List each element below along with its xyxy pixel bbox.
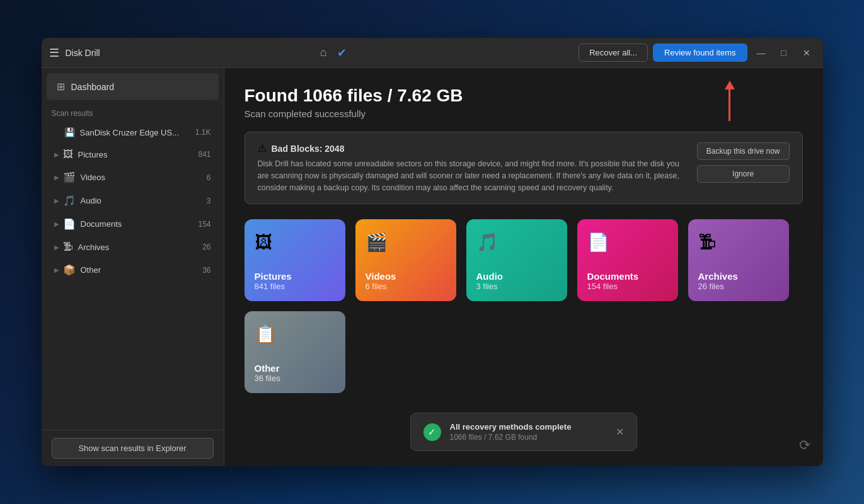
videos-card-name: Videos <box>366 271 446 282</box>
file-card-other[interactable]: 📋 Other 36 files <box>245 311 345 393</box>
scroll-indicator: ⟳ <box>799 437 810 454</box>
sidebar-item-sandisk[interactable]: 💾 SanDisk Cruzer Edge US... 1.1K <box>44 122 221 142</box>
other-card-name: Other <box>255 363 335 374</box>
sidebar-footer: Show scan results in Explorer <box>42 430 224 466</box>
ignore-warning-button[interactable]: Ignore <box>697 165 790 183</box>
sidebar-documents-label: Documents <box>81 219 199 229</box>
sidebar-item-videos[interactable]: ▶ 🎬 Videos 6 <box>44 166 221 188</box>
title-bar-right: Recover all... Review found items — □ ✕ <box>579 43 815 62</box>
sidebar-pictures-label: Pictures <box>78 150 199 159</box>
audio-card-icon: 🎵 <box>476 232 557 253</box>
documents-card-icon: 📄 <box>587 232 668 253</box>
pictures-card-name: Pictures <box>255 271 335 282</box>
sidebar-item-archives[interactable]: ▶ 🗜 Archives 26 <box>44 236 221 258</box>
archives-card-name: Archives <box>698 271 779 282</box>
warning-box: ⚠ Bad Blocks: 2048 Disk Drill has locate… <box>245 132 803 204</box>
sidebar-item-dashboard[interactable]: ⊞ Dashboard <box>47 73 219 100</box>
sidebar-archives-label: Archives <box>78 243 203 252</box>
documents-icon: 📄 <box>63 218 76 230</box>
sidebar-item-audio[interactable]: ▶ 🎵 Audio 3 <box>44 190 221 212</box>
sidebar-archives-count: 26 <box>202 243 210 251</box>
recover-all-button[interactable]: Recover all... <box>579 43 648 62</box>
sidebar-item-sandisk-count: 1.1K <box>195 128 211 137</box>
arrow-shaft <box>729 89 730 121</box>
file-card-videos[interactable]: 🎬 Videos 6 files <box>355 219 456 301</box>
dashboard-label: Dashboard <box>71 82 115 92</box>
drive-icon: 💾 <box>64 127 75 137</box>
other-card-count: 36 files <box>255 374 335 383</box>
maximize-button[interactable]: □ <box>775 44 793 62</box>
videos-card-icon: 🎬 <box>366 232 446 253</box>
sidebar-pictures-count: 841 <box>198 150 210 159</box>
found-title: Found 1066 files / 7.62 GB <box>245 86 803 106</box>
file-card-audio[interactable]: 🎵 Audio 3 files <box>466 219 567 301</box>
file-type-grid: 🖼 Pictures 841 files 🎬 Videos 6 files 🎵 <box>245 219 803 393</box>
videos-icon: 🎬 <box>63 171 76 183</box>
title-bar-nav: ⌂ ✔ <box>308 46 579 60</box>
title-bar-left: ☰ Disk Drill <box>49 46 308 60</box>
sidebar-item-pictures[interactable]: ▶ 🖼 Pictures 841 <box>44 144 221 165</box>
audio-card-count: 3 files <box>476 282 557 291</box>
notification-close-button[interactable]: ✕ <box>616 426 624 438</box>
sidebar-item-sandisk-label: SanDisk Cruzer Edge US... <box>80 128 195 137</box>
notification-subtitle: 1066 files / 7.62 GB found <box>450 433 607 442</box>
sidebar-item-documents[interactable]: ▶ 📄 Documents 154 <box>44 213 221 235</box>
completion-notification: ✓ All recovery methods complete 1066 fil… <box>410 413 637 451</box>
grid-icon: ⊞ <box>57 81 65 93</box>
show-explorer-button[interactable]: Show scan results in Explorer <box>52 438 214 459</box>
sidebar-other-count: 36 <box>202 266 210 275</box>
chevron-right-icon-4: ▶ <box>54 220 59 227</box>
app-title: Disk Drill <box>66 48 100 58</box>
warning-title: ⚠ Bad Blocks: 2048 <box>258 142 687 154</box>
audio-card-name: Audio <box>476 271 557 282</box>
arrow-annotation <box>725 81 735 121</box>
sidebar-videos-label: Videos <box>81 173 207 182</box>
check-icon: ✓ <box>423 423 441 441</box>
chevron-right-icon-2: ▶ <box>54 174 59 181</box>
sidebar-section-label: Scan results <box>42 103 224 122</box>
sidebar: ⊞ Dashboard Scan results 💾 SanDisk Cruze… <box>42 68 224 466</box>
sidebar-audio-count: 3 <box>207 197 211 205</box>
pictures-icon: 🖼 <box>63 149 73 160</box>
archives-card-count: 26 files <box>698 282 779 291</box>
hamburger-icon[interactable]: ☰ <box>49 46 59 60</box>
audio-icon: 🎵 <box>63 195 76 207</box>
warning-title-text: Bad Blocks: 2048 <box>272 144 345 154</box>
notification-title: All recovery methods complete <box>450 422 607 432</box>
archives-card-icon: 🗜 <box>698 232 779 253</box>
sidebar-videos-count: 6 <box>207 173 211 182</box>
chevron-right-icon-6: ▶ <box>54 266 59 273</box>
sidebar-item-other[interactable]: ▶ 📦 Other 36 <box>44 259 221 281</box>
minimize-button[interactable]: — <box>752 44 770 62</box>
documents-card-count: 154 files <box>587 282 668 291</box>
chevron-right-icon-5: ▶ <box>54 244 59 251</box>
file-card-documents[interactable]: 📄 Documents 154 files <box>577 219 678 301</box>
check-circle-icon[interactable]: ✔ <box>337 46 347 60</box>
chevron-right-icon: ▶ <box>54 151 59 158</box>
pictures-card-count: 841 files <box>255 282 335 291</box>
notification-text: All recovery methods complete 1066 files… <box>450 422 607 442</box>
sidebar-audio-label: Audio <box>81 196 207 205</box>
content-area: Found 1066 files / 7.62 GB Scan complete… <box>224 68 823 466</box>
sidebar-documents-count: 154 <box>198 220 210 229</box>
title-bar: ☰ Disk Drill ⌂ ✔ Recover all... Review f… <box>42 38 823 68</box>
main-layout: ⊞ Dashboard Scan results 💾 SanDisk Cruze… <box>42 68 823 466</box>
other-card-icon: 📋 <box>255 324 335 345</box>
chevron-right-icon-3: ▶ <box>54 197 59 204</box>
close-button[interactable]: ✕ <box>798 44 815 62</box>
review-found-items-button[interactable]: Review found items <box>653 43 747 62</box>
warning-body: Disk Drill has located some unreadable s… <box>258 158 687 193</box>
pictures-card-icon: 🖼 <box>255 232 335 253</box>
other-icon: 📦 <box>63 264 76 276</box>
home-icon[interactable]: ⌂ <box>320 46 327 59</box>
backup-drive-button[interactable]: Backup this drive now <box>697 142 790 160</box>
file-card-archives[interactable]: 🗜 Archives 26 files <box>688 219 789 301</box>
app-window: ☰ Disk Drill ⌂ ✔ Recover all... Review f… <box>42 38 823 466</box>
scan-status: Scan completed successfully <box>245 108 803 119</box>
arrow-up-icon <box>725 81 735 89</box>
warning-actions: Backup this drive now Ignore <box>697 142 790 183</box>
file-card-pictures[interactable]: 🖼 Pictures 841 files <box>245 219 345 301</box>
documents-card-name: Documents <box>587 271 668 282</box>
archives-icon: 🗜 <box>63 241 73 253</box>
warning-icon: ⚠ <box>258 142 267 154</box>
